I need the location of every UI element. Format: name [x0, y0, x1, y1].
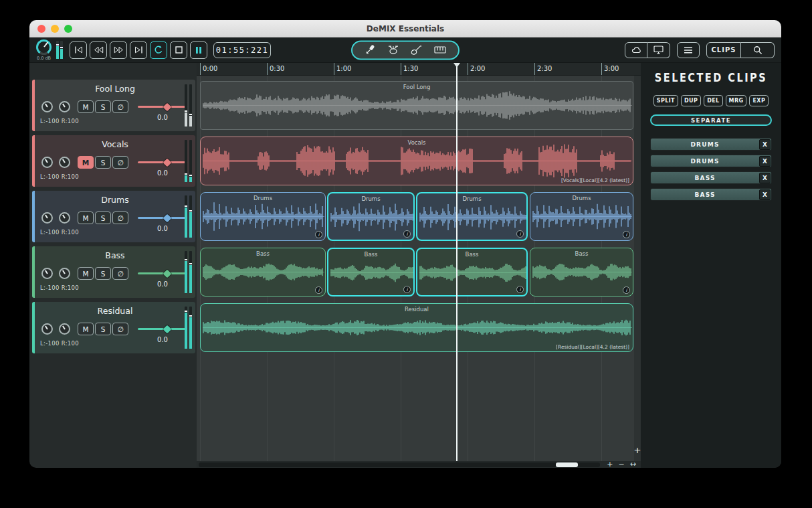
mute-button[interactable]: M — [78, 156, 94, 169]
separate-button[interactable]: SEPARATE — [650, 114, 772, 126]
volume-slider[interactable] — [138, 270, 187, 276]
pan-left-knob[interactable] — [41, 268, 53, 279]
clip-drums[interactable]: Drumsi — [327, 192, 415, 241]
merge-button[interactable]: MRG — [726, 95, 747, 106]
mute-button[interactable]: M — [78, 267, 94, 280]
loop-button[interactable] — [150, 41, 167, 59]
pan-right-knob[interactable] — [59, 212, 70, 224]
clip-info-badge[interactable]: i — [623, 231, 630, 238]
clip-residual[interactable]: Residual[Residual][Local][4.2 (latest)] — [200, 303, 633, 352]
selected-clip-row[interactable]: DRUMS X — [650, 138, 772, 151]
export-button[interactable]: EXP — [749, 95, 769, 106]
minimize-window-button[interactable] — [51, 25, 59, 33]
drums-icon[interactable] — [387, 45, 399, 56]
clip-drums[interactable]: Drumsi — [530, 192, 633, 241]
pause-button[interactable] — [190, 41, 207, 59]
solo-button[interactable]: S — [95, 100, 111, 113]
stop-button[interactable] — [170, 41, 187, 59]
phase-button[interactable]: ∅ — [112, 267, 128, 280]
pan-right-knob[interactable] — [59, 323, 70, 335]
vertical-zoom-in-button[interactable]: + — [634, 446, 641, 454]
pan-left-knob[interactable] — [41, 323, 53, 335]
volume-slider-handle[interactable] — [163, 158, 172, 167]
clip-info-badge[interactable]: i — [315, 231, 322, 238]
clips-panel-button[interactable]: CLIPS — [706, 42, 741, 58]
clip-lane-residual: Residual[Residual][Local][4.2 (latest)] — [200, 302, 634, 353]
skip-start-button[interactable] — [70, 41, 87, 59]
display-button[interactable] — [647, 42, 670, 58]
mute-button[interactable]: M — [78, 100, 94, 113]
cloud-button[interactable] — [625, 42, 647, 58]
selected-clip-row[interactable]: DRUMS X — [650, 155, 772, 167]
timeline-ruler[interactable]: 0:000:301:001:302:002:303:00 — [197, 63, 641, 76]
horizontal-scrollbar[interactable] — [199, 462, 600, 467]
skip-end-button[interactable] — [130, 41, 147, 59]
phase-button[interactable]: ∅ — [112, 156, 128, 169]
volume-slider-handle[interactable] — [163, 325, 172, 333]
playhead[interactable] — [456, 63, 458, 461]
solo-button[interactable]: S — [95, 211, 111, 224]
clip-info-badge[interactable]: i — [516, 286, 524, 293]
close-window-button[interactable] — [37, 25, 45, 33]
remove-clip-button[interactable]: X — [759, 156, 771, 167]
clip-info-badge[interactable]: i — [403, 286, 411, 293]
volume-slider[interactable] — [138, 159, 187, 165]
split-button[interactable]: SPLIT — [653, 95, 678, 106]
pan-left-knob[interactable] — [41, 101, 53, 112]
duplicate-button[interactable]: DUP — [681, 95, 701, 106]
master-volume-knob[interactable]: 0.0 dB — [36, 39, 52, 61]
phase-button[interactable]: ∅ — [112, 100, 128, 113]
phase-button[interactable]: ∅ — [112, 323, 128, 335]
search-button[interactable] — [741, 42, 775, 58]
zoom-out-button[interactable]: − — [616, 461, 627, 468]
clip-drums[interactable]: Drumsi — [416, 192, 528, 241]
vertical-scrollbar[interactable]: + — [634, 76, 641, 461]
zoom-window-button[interactable] — [64, 25, 72, 33]
clip-bass[interactable]: Bassi — [530, 248, 633, 297]
solo-button[interactable]: S — [95, 156, 111, 169]
horizontal-scrollbar-thumb[interactable] — [556, 462, 578, 467]
volume-slider-handle[interactable] — [163, 214, 172, 222]
knob-dial-icon[interactable] — [36, 39, 52, 55]
time-display[interactable]: 01:55:221 — [213, 42, 271, 58]
pan-left-knob[interactable] — [41, 212, 53, 224]
clip-fool-long[interactable]: Fool Long — [200, 81, 633, 130]
clip-vocals[interactable]: Vocals[Vocals][Local][4.2 (latest)] — [200, 137, 633, 185]
rewind-button[interactable] — [90, 41, 107, 59]
clip-bass[interactable]: Bassi — [200, 248, 326, 297]
clip-info-badge[interactable]: i — [315, 286, 322, 294]
guitar-icon[interactable] — [411, 45, 422, 56]
zoom-fit-button[interactable]: ↔ — [627, 461, 639, 468]
pan-right-knob[interactable] — [59, 268, 70, 279]
remove-clip-button[interactable]: X — [759, 189, 771, 200]
volume-slider[interactable] — [138, 215, 187, 220]
piano-icon[interactable] — [434, 46, 446, 55]
mic-icon[interactable] — [365, 45, 375, 56]
clip-bass[interactable]: Bassi — [327, 248, 415, 297]
volume-slider-handle[interactable] — [163, 102, 172, 111]
menu-button[interactable] — [677, 42, 700, 58]
pan-right-knob[interactable] — [59, 157, 70, 168]
remove-clip-button[interactable]: X — [759, 139, 771, 150]
mute-button[interactable]: M — [78, 211, 94, 224]
pan-left-knob[interactable] — [41, 157, 53, 168]
phase-button[interactable]: ∅ — [112, 211, 128, 224]
clip-bass[interactable]: Bassi — [416, 248, 528, 297]
volume-slider-handle[interactable] — [163, 269, 172, 278]
solo-button[interactable]: S — [95, 323, 111, 335]
solo-button[interactable]: S — [95, 267, 111, 280]
volume-slider[interactable] — [138, 104, 187, 109]
selected-clip-row[interactable]: BASS X — [650, 188, 772, 201]
mute-button[interactable]: M — [78, 323, 94, 335]
delete-button[interactable]: DEL — [704, 95, 722, 106]
zoom-in-button[interactable]: + — [604, 461, 615, 468]
selected-clip-row[interactable]: BASS X — [650, 171, 772, 184]
fast-forward-button[interactable] — [110, 41, 127, 59]
clip-info-badge[interactable]: i — [403, 230, 411, 238]
clip-drums[interactable]: Drumsi — [200, 192, 326, 241]
clip-info-badge[interactable]: i — [623, 286, 630, 294]
clip-info-badge[interactable]: i — [516, 230, 524, 238]
remove-clip-button[interactable]: X — [759, 173, 771, 183]
pan-right-knob[interactable] — [59, 101, 70, 112]
volume-slider[interactable] — [138, 326, 187, 331]
